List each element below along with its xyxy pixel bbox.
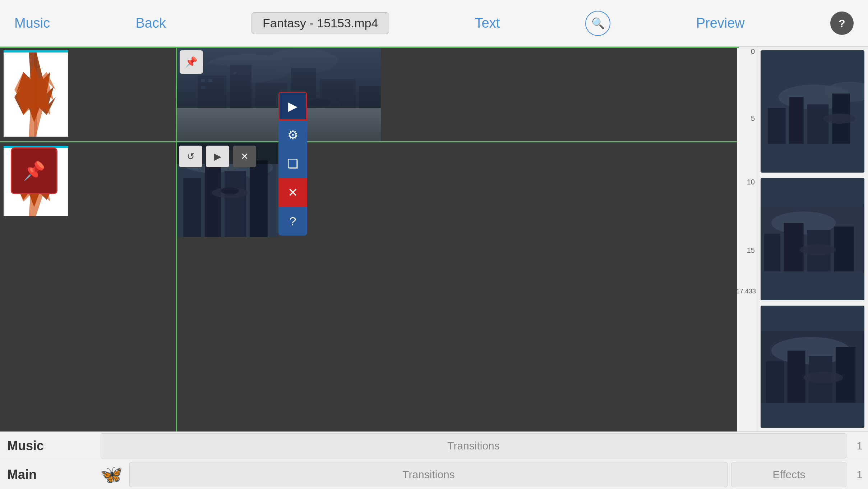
- timeline-panel: 📌 ▶ ⚙ ❑ ✕ ? 📌: [0, 47, 737, 431]
- main-transitions-button[interactable]: Transitions: [129, 462, 728, 487]
- svg-rect-18: [234, 72, 236, 74]
- ruler-mark-17: 17.433: [736, 288, 756, 295]
- svg-rect-26: [205, 164, 221, 237]
- rotate-button[interactable]: ↺: [179, 146, 202, 167]
- svg-point-6: [205, 54, 291, 83]
- preview-button[interactable]: Preview: [696, 15, 745, 31]
- svg-rect-25: [183, 178, 201, 237]
- timeline-playhead: [176, 47, 177, 431]
- svg-rect-42: [764, 234, 780, 271]
- ruler-mark-0: 0: [751, 47, 755, 56]
- video-title: Fantasy - 15153.mp4: [251, 12, 389, 34]
- bottom-controls: ↺ ▶ ✕: [177, 144, 258, 169]
- ruler-mark-5: 5: [751, 114, 755, 123]
- ruler: 0 5 10 15 17.433: [737, 47, 757, 431]
- context-play-button[interactable]: ▶: [278, 92, 307, 120]
- music-track-label: Music: [0, 438, 97, 453]
- preview-thumb-3: [761, 306, 864, 428]
- ruler-mark-15: 15: [747, 246, 755, 255]
- svg-rect-45: [834, 227, 854, 271]
- main-track-label: Main: [0, 467, 97, 482]
- main-area: 📌 ▶ ⚙ ❑ ✕ ? 📌: [0, 47, 868, 431]
- context-help-button[interactable]: ?: [278, 207, 307, 236]
- svg-point-30: [221, 187, 239, 195]
- audio-clip-top[interactable]: [4, 50, 68, 137]
- timeline-top-line: [0, 47, 739, 48]
- svg-rect-36: [789, 97, 804, 144]
- svg-point-20: [309, 98, 331, 107]
- preview-scene-3: [761, 306, 864, 428]
- back-button[interactable]: Back: [135, 15, 166, 31]
- waveform-svg-top: [4, 50, 68, 137]
- svg-point-46: [800, 244, 836, 256]
- text-button[interactable]: Text: [475, 15, 500, 31]
- cyan-indicator: [4, 50, 68, 52]
- context-copy-button[interactable]: ❑: [278, 149, 307, 178]
- svg-rect-49: [766, 361, 784, 403]
- svg-rect-16: [208, 79, 212, 82]
- main-page-num: 1: [850, 469, 868, 481]
- timeline-mid-line: [0, 141, 737, 142]
- effects-button[interactable]: Effects: [731, 462, 846, 487]
- preview-thumb-1: [761, 50, 864, 173]
- svg-rect-14: [359, 86, 381, 141]
- bottom-bar: Music Transitions 1 Main 🦋 Transitions E…: [0, 431, 868, 489]
- preview-scene-2: [761, 178, 864, 300]
- svg-point-7: [266, 49, 338, 74]
- svg-point-53: [804, 372, 843, 383]
- context-menu: ▶ ⚙ ❑ ✕ ?: [278, 92, 307, 236]
- svg-rect-15: [201, 79, 205, 82]
- preview-scene-1: [761, 50, 864, 173]
- svg-rect-13: [320, 79, 356, 141]
- svg-rect-10: [230, 65, 251, 141]
- music-transitions-button[interactable]: Transitions: [101, 433, 846, 458]
- butterfly-icon: 🦋: [97, 460, 126, 489]
- svg-rect-27: [225, 171, 246, 237]
- svg-rect-17: [201, 86, 205, 89]
- pin-button-top[interactable]: 📌: [180, 50, 203, 74]
- svg-rect-9: [198, 76, 226, 141]
- svg-rect-43: [784, 223, 804, 271]
- search-icon[interactable]: 🔍: [585, 11, 610, 36]
- preview-panel: [757, 47, 868, 431]
- ruler-mark-10: 10: [747, 178, 755, 186]
- preview-thumb-2: [761, 178, 864, 300]
- svg-rect-28: [250, 160, 268, 237]
- music-button[interactable]: Music: [14, 15, 50, 31]
- close-button-bottom[interactable]: ✕: [233, 146, 256, 167]
- help-icon[interactable]: ?: [830, 12, 854, 35]
- context-settings-button[interactable]: ⚙: [278, 120, 307, 149]
- svg-rect-50: [788, 351, 805, 403]
- main-row: Main 🦋 Transitions Effects 1: [0, 460, 868, 489]
- music-row: Music Transitions 1: [0, 432, 868, 460]
- svg-point-39: [823, 114, 855, 124]
- svg-rect-37: [807, 104, 829, 144]
- pin-button-bottom[interactable]: 📌: [11, 147, 57, 194]
- context-delete-button[interactable]: ✕: [278, 178, 307, 207]
- play-button-bottom[interactable]: ▶: [206, 146, 229, 167]
- svg-rect-35: [768, 108, 786, 144]
- header: Music Back Fantasy - 15153.mp4 Text 🔍 Pr…: [0, 0, 868, 47]
- music-page-num: 1: [850, 440, 868, 452]
